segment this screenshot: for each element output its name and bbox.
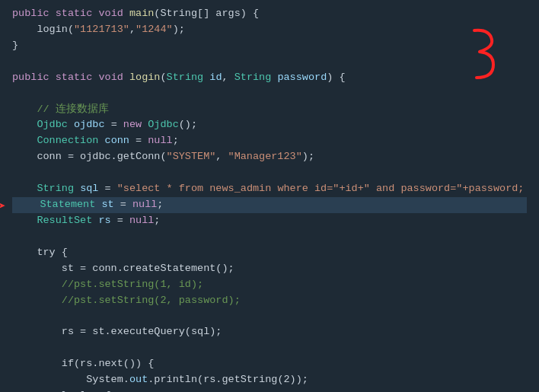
code-token: (); — [179, 117, 197, 133]
code-line: ResultSet rs = null; — [12, 213, 527, 229]
code-token: String — [12, 181, 80, 197]
code-token: Statement — [15, 197, 101, 213]
code-line — [12, 309, 527, 325]
code-token: static — [56, 6, 99, 22]
code-token: sql — [80, 181, 98, 197]
code-token: = — [98, 181, 116, 197]
code-token: , — [215, 149, 228, 165]
code-token: void — [98, 6, 129, 22]
code-line: ➤ Statement st = null; — [12, 197, 527, 213]
code-line — [12, 340, 527, 356]
code-token: ; — [157, 197, 163, 213]
code-token: conn = ojdbc.getConn( — [12, 149, 167, 165]
code-token: id — [209, 70, 222, 86]
code-token: //pst.setString(1, id); — [12, 277, 203, 293]
code-line: //pst.setString(1, id); — [12, 277, 527, 293]
code-token: = — [129, 133, 148, 149]
code-token: if(rs.next()) { — [12, 356, 154, 372]
code-token: = — [111, 213, 129, 229]
code-token: public — [12, 70, 56, 86]
code-token: void — [98, 70, 129, 86]
code-token: ) { — [327, 70, 345, 86]
code-token: "select * from news_admin where id="+id+… — [117, 181, 525, 197]
code-token: ; — [173, 133, 179, 149]
code-line: conn = ojdbc.getConn("SYSTEM", "Manager1… — [12, 149, 527, 165]
code-token: "1121713" — [74, 22, 129, 38]
code-line — [12, 229, 527, 245]
code-token: ; — [154, 213, 160, 229]
code-line: if(rs.next()) { — [12, 356, 527, 372]
code-token: } else { — [12, 388, 111, 392]
code-token: out — [129, 372, 148, 388]
code-token: Ojdbc — [148, 117, 179, 133]
code-token: static — [56, 70, 99, 86]
code-token: Ojdbc — [12, 117, 74, 133]
code-token: ResultSet — [12, 213, 98, 229]
code-token: null — [132, 197, 157, 213]
code-line: rs = st.executeQuery(sql); — [12, 324, 527, 340]
code-token: "SYSTEM" — [167, 149, 216, 165]
code-line: } else { — [12, 388, 527, 392]
code-line — [12, 54, 527, 70]
code-token: login — [129, 70, 161, 86]
code-line: st = conn.createStatement(); — [12, 261, 527, 277]
code-token: login( — [12, 22, 74, 38]
code-token: ); — [302, 149, 314, 165]
code-line: login("1121713","1244"); — [12, 22, 527, 38]
code-token: "1244" — [136, 22, 173, 38]
code-token: ojdbc — [74, 117, 105, 133]
code-line: public static void main(String[] args) { — [12, 6, 527, 22]
code-token: // 连接数据库 — [12, 102, 109, 118]
code-token: st — [101, 197, 113, 213]
code-token: System. — [12, 372, 129, 388]
code-line: try { — [12, 245, 527, 261]
code-token: null — [148, 133, 172, 149]
code-token: "Manager123" — [228, 149, 302, 165]
code-token: Connection — [12, 133, 105, 149]
code-token: String — [167, 70, 210, 86]
code-line — [12, 86, 527, 102]
code-token: try { — [12, 245, 68, 261]
code-token: password — [277, 70, 327, 86]
code-token: ); — [173, 22, 185, 38]
code-editor: public static void main(String[] args) {… — [0, 0, 539, 392]
code-token: String — [234, 70, 278, 86]
code-line: Connection conn = null; — [12, 133, 527, 149]
code-token: , — [222, 70, 234, 86]
code-line: public static void login(String id, Stri… — [12, 70, 527, 86]
code-token: , — [129, 22, 136, 38]
code-token: = — [114, 197, 132, 213]
code-line: } — [12, 38, 527, 54]
code-token: ( — [160, 70, 166, 86]
code-token: //pst.setString(2, password); — [12, 293, 241, 309]
code-token: main — [129, 6, 154, 22]
code-line: System.out.println(rs.getString(2)); — [12, 372, 527, 388]
code-token: } — [12, 38, 18, 54]
code-line: // 连接数据库 — [12, 102, 527, 118]
code-token: rs — [98, 213, 110, 229]
code-token: conn — [105, 133, 129, 149]
code-token: null — [129, 213, 154, 229]
code-line: Ojdbc ojdbc = new Ojdbc(); — [12, 117, 527, 133]
code-token: rs = st.executeQuery(sql); — [12, 324, 222, 340]
code-token: st = conn.createStatement(); — [12, 261, 234, 277]
code-token: public — [12, 6, 56, 22]
code-token: (String[] args) { — [154, 6, 259, 22]
code-token: .println(rs.getString(2)); — [148, 372, 308, 388]
code-line — [12, 165, 527, 181]
annotation-3 — [463, 23, 509, 84]
code-line: String sql = "select * from news_admin w… — [12, 181, 527, 197]
code-line: //pst.setString(2, password); — [12, 293, 527, 309]
code-token: = — [105, 117, 123, 133]
code-token: new — [123, 117, 148, 133]
